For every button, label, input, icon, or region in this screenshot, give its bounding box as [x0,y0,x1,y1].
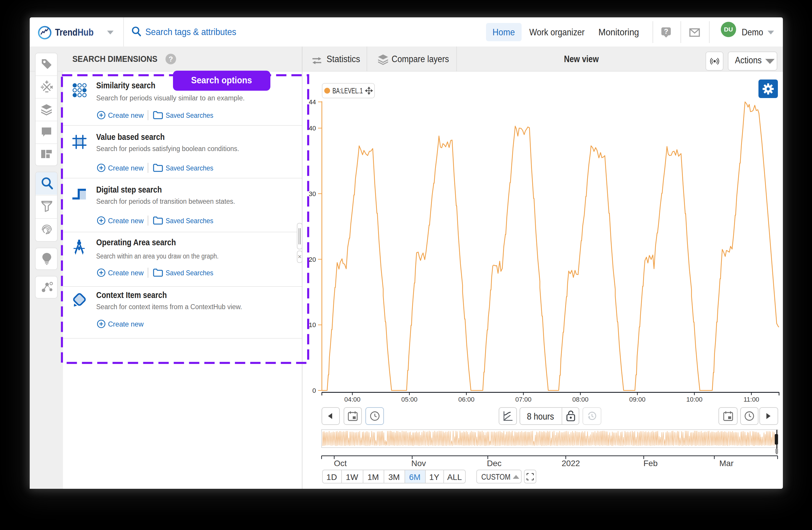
svg-text:Mar: Mar [719,459,734,468]
svg-text:Dec: Dec [487,459,502,468]
svg-text:Nov: Nov [411,459,426,468]
svg-text:2022: 2022 [562,459,580,468]
svg-text:Oct: Oct [334,459,347,468]
svg-text:Feb: Feb [643,459,657,468]
